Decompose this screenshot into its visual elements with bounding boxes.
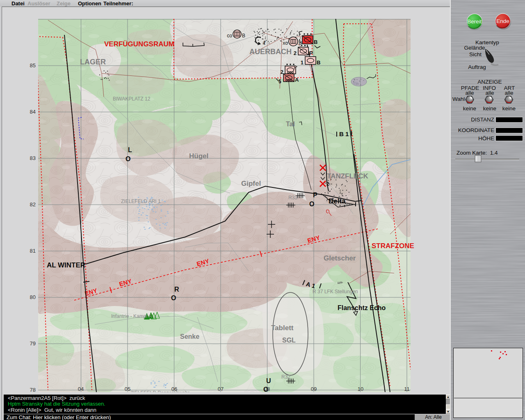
svg-text:DISTANZ: DISTANZ — [471, 116, 494, 123]
svg-text:R33: R33 — [288, 195, 297, 201]
svg-text:R 37 LFK Stellungen: R 37 LFK Stellungen — [313, 289, 358, 294]
svg-text:L: L — [128, 146, 132, 153]
svg-text:78: 78 — [30, 387, 36, 393]
svg-text:B 1: B 1 — [339, 130, 349, 137]
svg-text:alle: alle — [485, 90, 494, 96]
svg-text:O: O — [309, 201, 314, 208]
svg-text:keine: keine — [463, 105, 476, 112]
svg-text:Tal: Tal — [286, 121, 295, 128]
svg-text:P: P — [313, 192, 317, 199]
svg-text:Sicht: Sicht — [469, 51, 482, 57]
svg-text:B: B — [242, 33, 245, 39]
svg-text:82: 82 — [30, 201, 36, 208]
svg-text:ZIELEFELD Panzerabwehr: ZIELEFELD Panzerabwehr — [130, 390, 189, 394]
svg-text:Gipfel: Gipfel — [241, 180, 261, 187]
svg-text:Gelände: Gelände — [464, 45, 485, 51]
svg-text:Ende: Ende — [496, 18, 509, 24]
svg-text:keine: keine — [483, 105, 496, 112]
svg-text:AUERBACH: AUERBACH — [249, 48, 292, 56]
svg-text:2: 2 — [326, 181, 329, 187]
svg-text:08: 08 — [264, 386, 270, 392]
svg-text:06: 06 — [171, 386, 177, 392]
svg-text:79: 79 — [30, 340, 36, 347]
svg-text:co: co — [227, 33, 232, 39]
svg-text:Hügel: Hügel — [189, 152, 208, 160]
svg-text:alle: alle — [465, 90, 474, 96]
svg-text:2: 2 — [294, 50, 297, 56]
svg-text:R: R — [174, 286, 179, 293]
svg-text:07: 07 — [218, 386, 224, 392]
svg-text:P: P — [309, 50, 313, 56]
svg-text:84: 84 — [30, 109, 36, 115]
svg-text:LAGER: LAGER — [80, 58, 106, 66]
svg-text:80: 80 — [30, 294, 36, 300]
svg-text:Zoom Karte: 1.4: Zoom Karte: 1.4 — [457, 150, 498, 156]
svg-text:Infantrie - Kampf A: Infantrie - Kampf A — [111, 313, 152, 319]
svg-text:B: B — [299, 40, 302, 46]
svg-text:Delta: Delta — [329, 197, 346, 205]
svg-text:2: 2 — [281, 69, 283, 75]
svg-text:05: 05 — [125, 386, 130, 392]
svg-text:STRAFZONE: STRAFZONE — [372, 242, 414, 250]
svg-text:Gletscher: Gletscher — [324, 254, 356, 262]
svg-text:AL WINTER: AL WINTER — [47, 261, 85, 269]
svg-text:SGL: SGL — [282, 337, 296, 344]
svg-text:09: 09 — [311, 386, 317, 392]
svg-text:ANZEIGE: ANZEIGE — [477, 79, 502, 85]
svg-text:R32: R32 — [281, 374, 290, 380]
svg-text:1: 1 — [301, 59, 304, 66]
svg-text:alle: alle — [504, 90, 513, 96]
svg-text:11: 11 — [404, 386, 410, 392]
svg-text:O: O — [171, 294, 176, 301]
svg-text:83: 83 — [30, 155, 36, 161]
svg-text:U: U — [266, 377, 271, 384]
svg-text:81: 81 — [30, 248, 36, 254]
svg-text:O: O — [126, 155, 130, 162]
svg-text:A: A — [295, 77, 299, 83]
svg-text:10: 10 — [358, 386, 363, 392]
svg-text:04: 04 — [78, 386, 84, 392]
svg-text:Flanschtz Echo: Flanschtz Echo — [338, 304, 386, 311]
svg-text:B: B — [314, 39, 317, 45]
svg-text:B: B — [317, 59, 320, 66]
svg-text:Auftrag: Auftrag — [468, 64, 486, 70]
svg-text:BIWAKPLATZ 12: BIWAKPLATZ 12 — [113, 96, 151, 102]
svg-text:TANZFLECK: TANZFLECK — [327, 172, 368, 180]
svg-text:85: 85 — [30, 62, 36, 68]
svg-text:xo: xo — [283, 40, 288, 46]
svg-text:HÖHE: HÖHE — [478, 135, 494, 142]
svg-text:Tablett: Tablett — [271, 324, 294, 332]
svg-text:5: 5 — [278, 79, 281, 84]
svg-text:Wahl: Wahl — [452, 96, 465, 102]
svg-text:VERFÜGUNGSRAUM: VERFÜGUNGSRAUM — [104, 40, 174, 48]
svg-text:ZIELEFELD ARI 1: ZIELEFELD ARI 1 — [121, 199, 161, 204]
svg-text:KOORDINATE: KOORDINATE — [458, 127, 494, 133]
svg-text:keine: keine — [502, 105, 516, 112]
svg-text:Senke: Senke — [180, 333, 199, 340]
svg-text:Bereit: Bereit — [467, 18, 482, 25]
